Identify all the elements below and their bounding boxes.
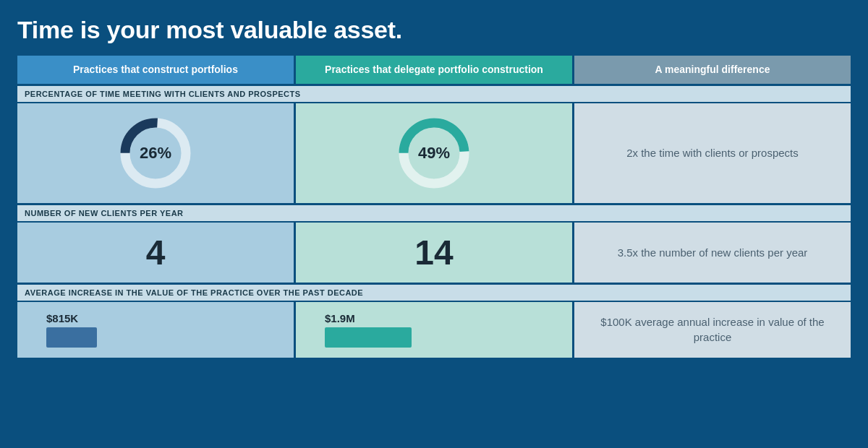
section2-label: NUMBER OF NEW CLIENTS PER YEAR: [17, 205, 851, 221]
section1-label: PERCENTAGE OF TIME MEETING WITH CLIENTS …: [17, 86, 851, 102]
bar-rect-col2: [325, 327, 412, 348]
section3-data-row: $815K $1.9M $100K average annual increas…: [17, 302, 851, 358]
section3-col3: $100K average annual increase in value o…: [574, 302, 851, 358]
donut-26: 26%: [116, 113, 195, 193]
section1-col2: 49%: [296, 103, 572, 203]
donut-26-label: 26%: [140, 144, 171, 163]
headline: Time is your most valuable asset.: [17, 16, 851, 44]
donut-49: 49%: [394, 113, 474, 193]
header-row: Practices that construct portfolios Prac…: [17, 56, 851, 84]
table-wrapper: Practices that construct portfolios Prac…: [17, 56, 851, 435]
section1-data-row: 26% 49% 2x the time with clients or pros…: [17, 103, 851, 203]
header-col1: Practices that construct portfolios: [17, 56, 294, 84]
bar-rect-col1: [46, 327, 97, 348]
main-container: Time is your most valuable asset. Practi…: [0, 0, 868, 448]
section2-meaningful-text: 3.5x the number of new clients per year: [603, 245, 822, 261]
header-col3: A meaningful difference: [574, 56, 851, 84]
section3-meaningful-text: $100K average annual increase in value o…: [582, 314, 843, 346]
section3-col1: $815K: [17, 302, 294, 358]
section2-col1: 4: [17, 223, 294, 283]
section2-col2: 14: [296, 223, 572, 283]
section3-label: AVERAGE INCREASE IN THE VALUE OF THE PRA…: [17, 285, 851, 301]
bar-area-col1: $815K: [25, 312, 286, 348]
section1-col1: 26%: [17, 103, 294, 203]
bar-value-col1: $815K: [46, 312, 78, 324]
section2-data-row: 4 14 3.5x the number of new clients per …: [17, 223, 851, 283]
section2-number-col2: 14: [414, 233, 453, 272]
bar-area-col2: $1.9M: [303, 312, 565, 348]
donut-49-label: 49%: [418, 144, 450, 163]
header-col2: Practices that delegate portfolio constr…: [296, 56, 572, 84]
section1-meaningful-text: 2x the time with clients or prospects: [612, 145, 813, 161]
section2-number-col1: 4: [146, 233, 166, 272]
section2-col3: 3.5x the number of new clients per year: [574, 223, 851, 283]
section3-col2: $1.9M: [296, 302, 572, 358]
section1-col3: 2x the time with clients or prospects: [574, 103, 851, 203]
bar-value-col2: $1.9M: [325, 312, 355, 324]
